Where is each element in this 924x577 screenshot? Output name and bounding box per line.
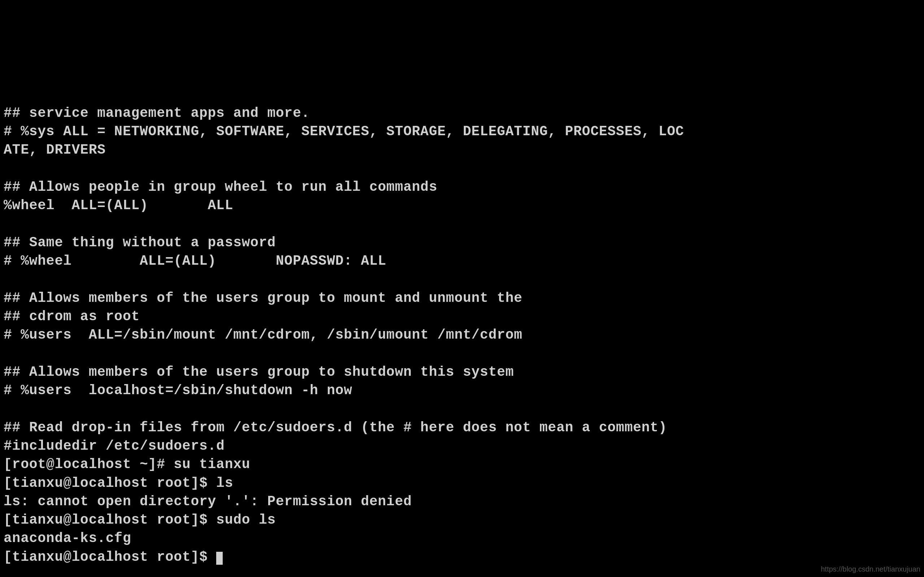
command-line: [tianxu@localhost root]$ ls: [3, 474, 917, 492]
output-line: anaconda-ks.cfg: [3, 529, 917, 548]
comment-line: ## Allows members of the users group to …: [3, 363, 917, 381]
empty-line: [3, 270, 917, 288]
terminal-window: ## service management apps and more.# %s…: [0, 0, 924, 577]
empty-line: [3, 159, 917, 177]
comment-line: ## Allows members of the users group to …: [3, 289, 917, 307]
comment-line: # %users ALL=/sbin/mount /mnt/cdrom, /sb…: [3, 326, 917, 344]
watermark: https://blog.csdn.net/tianxujuan: [821, 564, 921, 574]
comment-line: %wheel ALL=(ALL) ALL: [3, 196, 917, 214]
comment-line: ## service management apps and more.: [3, 104, 917, 122]
comment-line: # %sys ALL = NETWORKING, SOFTWARE, SERVI…: [3, 122, 917, 141]
empty-line: [3, 214, 917, 233]
command-line: [root@localhost ~]# su tianxu: [3, 455, 917, 474]
cursor: [216, 552, 223, 565]
comment-line: ## Allows people in group wheel to run a…: [3, 178, 917, 196]
output-line: ls: cannot open directory '.': Permissio…: [3, 492, 917, 511]
comment-line: # %wheel ALL=(ALL) NOPASSWD: ALL: [3, 252, 917, 270]
comment-line: ## Read drop-in files from /etc/sudoers.…: [3, 418, 917, 437]
empty-line: [3, 400, 917, 418]
comment-line: # %users localhost=/sbin/shutdown -h now: [3, 381, 917, 400]
empty-line: [3, 344, 917, 363]
comment-line: #includedir /etc/sudoers.d: [3, 437, 917, 455]
prompt-line: [tianxu@localhost root]$: [3, 548, 917, 566]
comment-line: ## cdrom as root: [3, 307, 917, 326]
comment-line: ## Same thing without a password: [3, 233, 917, 252]
command-line: [tianxu@localhost root]$ sudo ls: [3, 511, 917, 529]
terminal-content: ## service management apps and more.# %s…: [3, 104, 917, 566]
comment-line: ATE, DRIVERS: [3, 141, 917, 159]
